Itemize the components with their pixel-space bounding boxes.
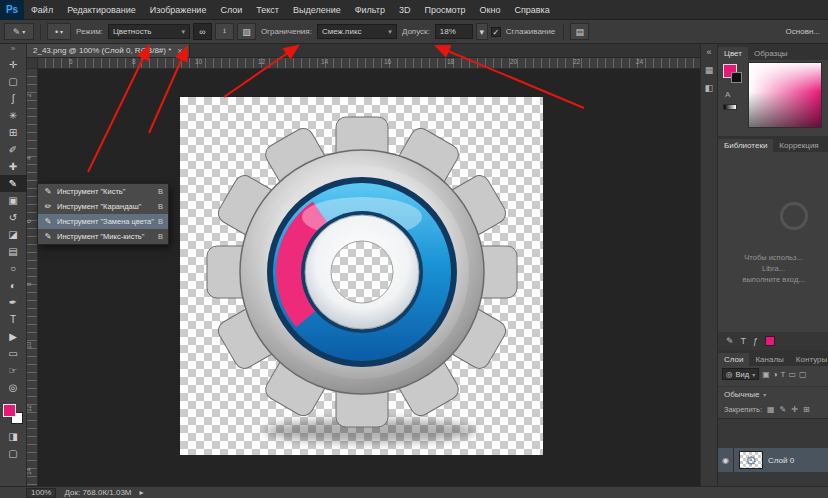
clone-stamp-tool[interactable]: ▣ xyxy=(0,192,27,209)
collapse-panels-icon[interactable]: « xyxy=(706,47,711,57)
tolerance-dropdown-button[interactable]: ▾ xyxy=(476,23,488,40)
background-color-well[interactable] xyxy=(731,72,742,83)
quick-mask-button[interactable]: ◨ xyxy=(0,428,27,445)
gradient-tool[interactable]: ▤ xyxy=(0,243,27,260)
menu-help[interactable]: Справка xyxy=(507,5,556,15)
menu-layers[interactable]: Слои xyxy=(213,5,249,15)
menu-view[interactable]: Просмотр xyxy=(417,5,472,15)
doc-size-value: 768.0К/1.03М xyxy=(82,488,131,497)
brush-settings-button[interactable]: ▤ xyxy=(570,23,589,40)
document-tab-bar: 2_43.png @ 100% (Слой 0, RGB/8#) * × xyxy=(27,44,700,58)
ruler-label: 8 xyxy=(27,282,32,286)
libraries-message-line: выполните вход... xyxy=(718,274,828,285)
canvas-area[interactable] xyxy=(38,69,700,486)
sampling-once-button[interactable]: ¹ xyxy=(215,23,234,40)
sampling-background-button[interactable]: ▨ xyxy=(237,23,256,40)
eraser-tool[interactable]: ◪ xyxy=(0,226,27,243)
blur-icon: ○ xyxy=(10,263,16,274)
lock-pixels-icon[interactable]: ✎ xyxy=(780,405,787,414)
type-panel-icon[interactable]: T xyxy=(741,336,747,346)
color-chip[interactable] xyxy=(765,336,775,346)
blend-mode-select[interactable]: Обычные xyxy=(724,390,759,399)
lock-transparency-icon[interactable]: ▦ xyxy=(767,405,775,414)
eyedropper-tool[interactable]: ✐ xyxy=(0,141,27,158)
panel-columns-icon[interactable]: ◧ xyxy=(705,83,714,93)
workspace-switcher[interactable]: Основн... xyxy=(786,27,824,36)
shape-tool[interactable]: ▭ xyxy=(0,345,27,362)
menu-3d[interactable]: 3D xyxy=(392,5,418,15)
visibility-toggle[interactable]: ◉ xyxy=(718,448,734,472)
menu-image[interactable]: Изображение xyxy=(143,5,214,15)
tool-preset-button[interactable]: ✎ ▾ xyxy=(4,23,34,40)
panel-grid-icon[interactable]: ▦ xyxy=(705,65,714,75)
flyout-item-mixer-brush[interactable]: ✎ Инструмент "Микс-кисть" B xyxy=(38,229,168,244)
tab-layers[interactable]: Слои xyxy=(718,353,749,366)
lock-position-icon[interactable]: ✛ xyxy=(791,405,798,414)
history-brush-tool[interactable]: ↺ xyxy=(0,209,27,226)
menu-filter[interactable]: Фильтр xyxy=(348,5,392,15)
image-artboard[interactable] xyxy=(180,97,543,455)
mode-select[interactable]: Цветность ▾ xyxy=(108,24,190,39)
lasso-tool[interactable]: ʃ xyxy=(0,90,27,107)
layer-row[interactable]: ◉ ⚙ Слой 0 xyxy=(718,448,828,472)
flyout-item-pencil[interactable]: ✏ Инструмент "Карандаш" B xyxy=(38,199,168,214)
brush-tool[interactable]: ✎ xyxy=(0,175,27,192)
ramp-icon[interactable] xyxy=(723,104,737,110)
tab-swatches[interactable]: Образцы xyxy=(748,47,794,60)
move-tool[interactable]: ✛ xyxy=(0,56,27,73)
tab-adjustments[interactable]: Коррекция xyxy=(773,139,824,152)
tab-channels[interactable]: Каналы xyxy=(749,353,789,366)
hand-tool[interactable]: ☞ xyxy=(0,362,27,379)
tab-color[interactable]: Цвет xyxy=(718,47,748,60)
filter-type-icon[interactable]: T xyxy=(781,370,786,379)
dodge-tool[interactable]: ◐ xyxy=(0,277,27,294)
sampling-background-icon: ▨ xyxy=(242,27,251,37)
ruler-vertical[interactable]: 2 4 6 8 10 12 14 xyxy=(27,69,38,486)
flyout-item-label: Инструмент "Микс-кисть" xyxy=(57,232,144,241)
filter-pixel-icon[interactable]: ▣ xyxy=(762,370,770,379)
close-icon[interactable]: × xyxy=(177,46,182,56)
blur-tool[interactable]: ○ xyxy=(0,260,27,277)
foreground-color-swatch[interactable] xyxy=(3,404,16,417)
tolerance-field[interactable]: 18% xyxy=(435,24,473,39)
tab-libraries[interactable]: Библиотеки xyxy=(718,139,773,152)
menu-file[interactable]: Файл xyxy=(24,5,60,15)
expand-panel-icon[interactable]: » xyxy=(0,44,26,56)
ruler-horizontal[interactable]: 6 8 10 12 14 16 18 20 22 24 xyxy=(38,58,700,69)
fx-panel-icon[interactable]: ƒ xyxy=(753,336,758,346)
pen-tool[interactable]: ✒ xyxy=(0,294,27,311)
menu-type[interactable]: Текст xyxy=(249,5,286,15)
sampling-continuous-button[interactable]: ∞ xyxy=(193,23,212,40)
quick-selection-tool[interactable]: ✳ xyxy=(0,107,27,124)
color-picker-field[interactable] xyxy=(748,62,822,128)
filter-adjustment-icon[interactable]: ◑ xyxy=(773,370,778,379)
menu-window[interactable]: Окно xyxy=(473,5,508,15)
filter-shape-icon[interactable]: ▭ xyxy=(788,370,796,379)
brush-picker-button[interactable]: • ▾ xyxy=(47,23,71,40)
filter-label: Вид xyxy=(736,370,750,379)
zoom-level-field[interactable]: 100% xyxy=(26,488,56,498)
document-tab[interactable]: 2_43.png @ 100% (Слой 0, RGB/8#) * × xyxy=(27,44,190,57)
marquee-tool[interactable]: ▢ xyxy=(0,73,27,90)
layer-filter-select[interactable]: ◎ Вид ▾ xyxy=(722,368,759,380)
menu-select[interactable]: Выделение xyxy=(286,5,348,15)
flyout-item-brush[interactable]: ✎ Инструмент "Кисть" B xyxy=(38,184,168,199)
filter-smart-icon[interactable]: ▢ xyxy=(799,370,807,379)
zoom-tool[interactable]: ◎ xyxy=(0,379,27,396)
type-color-icon[interactable]: А xyxy=(725,90,730,99)
menu-edit[interactable]: Редактирование xyxy=(60,5,143,15)
crop-tool[interactable]: ⊞ xyxy=(0,124,27,141)
brush-panel-icon[interactable]: ✎ xyxy=(726,336,734,346)
healing-brush-tool[interactable]: ✚ xyxy=(0,158,27,175)
limits-select[interactable]: Смеж.пикс ▾ xyxy=(317,24,397,39)
layer-name[interactable]: Слой 0 xyxy=(768,456,794,465)
lock-all-icon[interactable]: ⊞ xyxy=(803,405,810,414)
path-selection-tool[interactable]: ▶ xyxy=(0,328,27,345)
type-tool[interactable]: T xyxy=(0,311,27,328)
tab-paths[interactable]: Контуры xyxy=(790,353,828,366)
status-menu-arrow-icon[interactable]: ▸ xyxy=(140,488,144,497)
screen-mode-button[interactable]: ▢ xyxy=(0,445,27,462)
layer-thumbnail[interactable]: ⚙ xyxy=(739,451,763,469)
flyout-item-color-replacement[interactable]: ✎ Инструмент "Замена цвета" B xyxy=(38,214,168,229)
antialias-checkbox[interactable]: ✓ Сглаживание xyxy=(491,27,557,37)
